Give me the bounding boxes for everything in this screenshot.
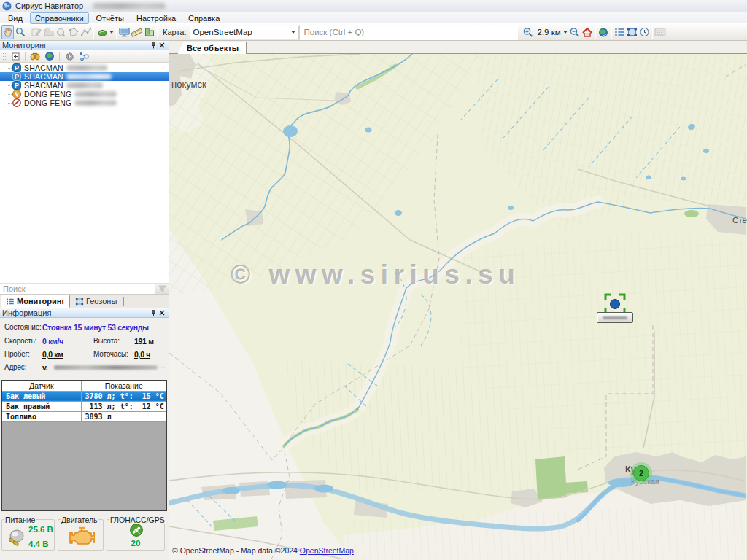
menu-view[interactable]: Вид — [3, 12, 28, 24]
menu-help[interactable]: Справка — [183, 12, 225, 24]
expand-all-button[interactable] — [9, 51, 22, 62]
map-canvas[interactable]: © www.sirius.su нокумск Степное Кур Курс… — [169, 54, 747, 559]
home-button[interactable] — [581, 25, 594, 39]
geozones-button[interactable] — [626, 25, 638, 39]
tab-geozones[interactable]: Геозоны — [70, 295, 122, 308]
zoom-in-button[interactable] — [522, 25, 535, 39]
sensor-row[interactable]: Бак правый 113 л; t°: 12 °C — [2, 401, 166, 411]
messages-button[interactable] — [654, 25, 667, 39]
address-label: Адрес: — [4, 363, 26, 371]
ruler-button[interactable] — [131, 25, 143, 39]
svg-text:P: P — [15, 82, 19, 89]
add-route-button[interactable] — [80, 25, 92, 39]
active-status-icon — [12, 90, 21, 98]
pin-icon[interactable] — [149, 42, 158, 50]
zoom-out-button[interactable] — [569, 25, 581, 39]
cluster-count: 2 — [639, 469, 643, 478]
toolbar-search-input[interactable] — [299, 25, 518, 40]
connections-button[interactable] — [77, 51, 90, 62]
vehicle-map-label[interactable] — [597, 312, 633, 323]
add-circle-zone-button[interactable] — [55, 25, 67, 39]
tracks-caret-icon — [109, 31, 114, 34]
power-groupbox: Питание 25.6 В 4.4 В — [1, 519, 55, 551]
pin-icon[interactable] — [149, 309, 158, 317]
map-provider-select[interactable]: OpenStreetMap — [190, 26, 299, 39]
offline-status-icon — [12, 98, 21, 107]
object-list-button[interactable] — [614, 25, 626, 39]
watermark: © www.sirius.su — [231, 260, 520, 290]
sensor-row[interactable]: Топливо 3893 л — [2, 411, 166, 421]
add-polygon-zone-button[interactable] — [67, 25, 80, 39]
gps-satellite-count: 20 — [107, 539, 164, 548]
hours-value[interactable]: 0,0 ч — [134, 350, 150, 359]
tracks-icon — [97, 27, 108, 37]
vehicle-label: SHACMAN — [24, 81, 63, 90]
tree-search-input[interactable] — [0, 284, 155, 294]
add-group-button[interactable] — [42, 25, 55, 39]
tree-item-vehicle[interactable]: DONG FENG — [0, 98, 169, 107]
monitor-icon — [119, 27, 130, 37]
cluster-marker[interactable]: 2 — [630, 462, 652, 484]
tree-connector — [7, 77, 12, 77]
folder-icon — [44, 27, 54, 37]
find-on-map-button[interactable] — [28, 51, 42, 62]
tree-connector — [7, 68, 12, 69]
tree-item-vehicle[interactable]: P SHACMAN — [0, 81, 169, 90]
map-scale-dropdown[interactable]: 2.9 км — [536, 28, 568, 36]
map-scale-value: 2.9 км — [538, 28, 561, 36]
map-attribution: © OpenStreetMap - Map data ©2024 OpenStr… — [172, 546, 354, 555]
sensor-row-selected[interactable]: Бак левый 3780 л; t°: 15 °C — [2, 391, 166, 401]
objects-button[interactable] — [143, 25, 155, 39]
globe-button[interactable] — [597, 25, 610, 39]
close-info-icon[interactable] — [158, 309, 166, 317]
menu-reports[interactable]: Отчёты — [91, 12, 129, 24]
tree-item-vehicle[interactable]: P SHACMAN — [0, 63, 169, 72]
tree-item-vehicle[interactable]: DONG FENG — [0, 90, 169, 98]
town-label-east: Степное — [732, 216, 747, 225]
tree-connector — [7, 94, 12, 95]
map-tab-all-objects[interactable]: Все объекты — [177, 42, 247, 54]
attribution-text: © OpenStreetMap - Map data ©2024 — [172, 546, 300, 555]
toolbar-grip — [3, 52, 6, 61]
map-area: Все объекты — [169, 41, 747, 559]
zoom-tool-button[interactable] — [14, 25, 26, 39]
mileage-value[interactable]: 0,0 км — [42, 350, 63, 359]
tree-item-vehicle-selected[interactable]: P SHACMAN — [0, 72, 169, 81]
add-placemark-button[interactable] — [30, 25, 42, 39]
monitor-button[interactable] — [118, 25, 131, 39]
time-button[interactable] — [638, 25, 651, 39]
window-title: Сириус Навигатор - — [15, 1, 88, 10]
power-voltage-backup: 4.4 В — [28, 540, 53, 548]
sensor-table: Датчик Показание Бак левый 3780 л; t°: 1… — [2, 381, 166, 422]
power-voltage-main: 25.6 В — [28, 525, 53, 534]
toolbar-separator — [652, 26, 653, 39]
state-value: Стоянка 15 минут 53 секунды — [42, 323, 149, 332]
vehicle-name-redacted — [66, 74, 112, 79]
close-monitoring-icon[interactable] — [158, 42, 166, 50]
route-nodes-icon — [79, 52, 89, 61]
show-all-on-map-button[interactable] — [43, 51, 56, 62]
expand-plus-icon — [12, 52, 20, 61]
tab-monitoring[interactable]: Мониторинг — [1, 295, 70, 308]
tracks-button[interactable] — [96, 25, 115, 39]
engine-icon — [69, 526, 95, 548]
menu-settings[interactable]: Настройка — [131, 12, 181, 24]
info-panel-title: Информация — [2, 308, 149, 317]
pan-tool-button[interactable] — [1, 25, 14, 39]
menu-directories[interactable]: Справочники — [30, 12, 89, 24]
sensor-value: 3893 л — [81, 411, 166, 421]
sensor-name: Топливо — [2, 411, 81, 421]
attribution-link[interactable]: OpenStreetMap — [300, 546, 354, 555]
vehicle-label: DONG FENG — [24, 90, 71, 98]
town-label-nw: нокумск — [171, 79, 206, 90]
filter-button[interactable] — [155, 284, 169, 294]
list-icon — [614, 27, 625, 37]
sensor-name: Бак правый — [2, 401, 81, 411]
map-provider-value: OpenStreetMap — [193, 28, 291, 36]
altitude-label: Высота: — [93, 337, 120, 345]
power-label: Питание — [4, 516, 36, 524]
combo-caret-icon — [291, 31, 295, 34]
satellite-icon — [130, 524, 143, 537]
tree-settings-button[interactable] — [63, 51, 76, 62]
state-label: Состояние: — [4, 323, 42, 331]
